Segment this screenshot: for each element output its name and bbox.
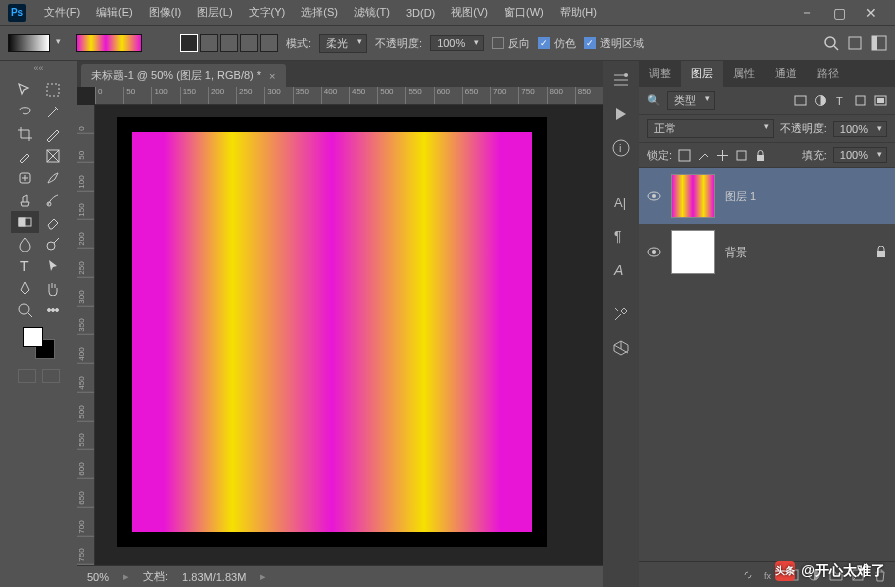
healing-brush-tool[interactable]: [11, 167, 39, 189]
gradient-tool[interactable]: [11, 211, 39, 233]
gradient-preview-dropdown[interactable]: [76, 34, 142, 52]
canvas-viewport[interactable]: 0501001502002503003504004505005506006507…: [77, 87, 603, 565]
filter-smart-icon[interactable]: [874, 94, 887, 107]
layer-row[interactable]: 图层 1: [639, 168, 895, 224]
ruler-tick: 450: [349, 87, 377, 104]
menu-window[interactable]: 窗口(W): [496, 1, 552, 24]
menu-edit[interactable]: 编辑(E): [88, 1, 141, 24]
visibility-icon[interactable]: [647, 189, 661, 203]
window-close-button[interactable]: ✕: [855, 0, 887, 25]
gradient-diamond-button[interactable]: [260, 34, 278, 52]
actions-panel-icon[interactable]: [612, 105, 630, 123]
eyedropper-tool[interactable]: [11, 145, 39, 167]
layer-row[interactable]: 背景: [639, 224, 895, 280]
gradient-angle-button[interactable]: [220, 34, 238, 52]
menu-type[interactable]: 文字(Y): [241, 1, 294, 24]
glyphs-panel-icon[interactable]: A|: [612, 193, 630, 211]
filter-pixel-icon[interactable]: [794, 94, 807, 107]
clone-stamp-tool[interactable]: [11, 189, 39, 211]
menu-help[interactable]: 帮助(H): [552, 1, 605, 24]
layer-name[interactable]: 图层 1: [725, 189, 756, 204]
tab-adjustments[interactable]: 调整: [639, 61, 681, 87]
lasso-tool[interactable]: [11, 101, 39, 123]
marquee-tool[interactable]: [39, 79, 67, 101]
crop-tool[interactable]: [11, 123, 39, 145]
transparency-checkbox[interactable]: ✓透明区域: [584, 36, 644, 51]
layer-opacity-select[interactable]: 100%: [833, 121, 887, 137]
filter-adjust-icon[interactable]: [814, 94, 827, 107]
tab-layers[interactable]: 图层: [681, 61, 723, 87]
magic-wand-tool[interactable]: [39, 101, 67, 123]
color-swatch[interactable]: [23, 327, 55, 359]
lock-artboard-icon[interactable]: [735, 149, 748, 162]
blur-tool[interactable]: [11, 233, 39, 255]
document-tab[interactable]: 未标题-1 @ 50% (图层 1, RGB/8) * ×: [81, 64, 286, 87]
frame-tool[interactable]: [39, 145, 67, 167]
menu-3d[interactable]: 3D(D): [398, 3, 443, 23]
close-tab-icon[interactable]: ×: [269, 70, 275, 82]
search-icon[interactable]: [823, 35, 839, 51]
tab-channels[interactable]: 通道: [765, 61, 807, 87]
character-panel-icon[interactable]: A: [612, 261, 630, 279]
tab-paths[interactable]: 路径: [807, 61, 849, 87]
toolbox-collapse-icon[interactable]: ««: [0, 63, 77, 77]
layer-name[interactable]: 背景: [725, 245, 747, 260]
lock-all-icon[interactable]: [754, 149, 767, 162]
filter-shape-icon[interactable]: [854, 94, 867, 107]
window-minimize-button[interactable]: －: [791, 0, 823, 25]
lock-transparency-icon[interactable]: [678, 149, 691, 162]
move-tool[interactable]: [11, 79, 39, 101]
lock-position-icon[interactable]: [716, 149, 729, 162]
layer-filter-select[interactable]: 类型: [667, 91, 715, 110]
window-maximize-button[interactable]: ▢: [823, 0, 855, 25]
layer-blend-mode-select[interactable]: 正常: [647, 119, 774, 138]
toolbox: «« T: [0, 61, 77, 587]
path-select-tool[interactable]: [39, 255, 67, 277]
link-layers-icon[interactable]: [741, 568, 755, 582]
edit-toolbar-button[interactable]: [39, 299, 67, 321]
ruler-tick: 700: [77, 508, 94, 537]
menu-view[interactable]: 视图(V): [443, 1, 496, 24]
paragraph-panel-icon[interactable]: ¶: [612, 227, 630, 245]
zoom-tool[interactable]: [11, 299, 39, 321]
quick-mask-button[interactable]: [18, 369, 36, 383]
pen-tool[interactable]: [11, 277, 39, 299]
layer-thumbnail[interactable]: [671, 174, 715, 218]
zoom-level[interactable]: 50%: [87, 571, 109, 583]
menu-image[interactable]: 图像(I): [141, 1, 189, 24]
dither-checkbox[interactable]: ✓仿色: [538, 36, 576, 51]
dodge-tool[interactable]: [39, 233, 67, 255]
tab-properties[interactable]: 属性: [723, 61, 765, 87]
menu-layer[interactable]: 图层(L): [189, 1, 240, 24]
share-icon[interactable]: [847, 35, 863, 51]
eraser-tool[interactable]: [39, 211, 67, 233]
menu-file[interactable]: 文件(F): [36, 1, 88, 24]
lock-image-icon[interactable]: [697, 149, 710, 162]
gradient-reflected-button[interactable]: [240, 34, 258, 52]
history-brush-tool[interactable]: [39, 189, 67, 211]
type-tool[interactable]: T: [11, 255, 39, 277]
layer-thumbnail[interactable]: [671, 230, 715, 274]
layer-fill-select[interactable]: 100%: [833, 147, 887, 163]
foreground-color[interactable]: [23, 327, 43, 347]
3d-panel-icon[interactable]: [612, 339, 630, 357]
opacity-select[interactable]: 100%: [430, 35, 484, 51]
brush-tool[interactable]: [39, 167, 67, 189]
screen-mode-button[interactable]: [42, 369, 60, 383]
info-panel-icon[interactable]: i: [612, 139, 630, 157]
search-icon[interactable]: 🔍: [647, 94, 661, 107]
history-panel-icon[interactable]: [612, 71, 630, 89]
visibility-icon[interactable]: [647, 245, 661, 259]
foreground-swatch-dropdown[interactable]: [8, 34, 50, 52]
gradient-radial-button[interactable]: [200, 34, 218, 52]
slice-tool[interactable]: [39, 123, 67, 145]
menu-select[interactable]: 选择(S): [293, 1, 346, 24]
reverse-checkbox[interactable]: 反向: [492, 36, 530, 51]
workspace-icon[interactable]: [871, 35, 887, 51]
filter-type-icon[interactable]: T: [834, 94, 847, 107]
gradient-linear-button[interactable]: [180, 34, 198, 52]
blend-mode-select[interactable]: 柔光: [319, 34, 367, 53]
hand-tool[interactable]: [39, 277, 67, 299]
menu-filter[interactable]: 滤镜(T): [346, 1, 398, 24]
tools-panel-icon[interactable]: [612, 305, 630, 323]
